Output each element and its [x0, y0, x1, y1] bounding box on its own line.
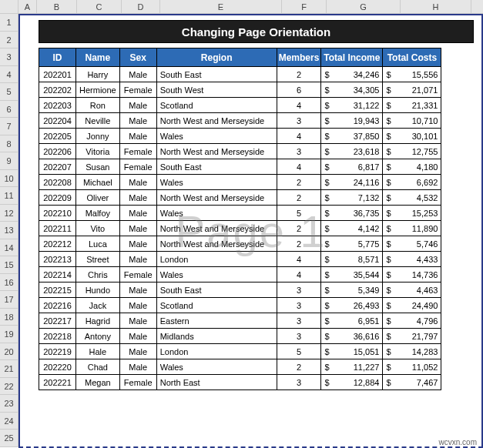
cell-costs[interactable]: $14,736: [383, 267, 441, 283]
cell-costs[interactable]: $14,283: [383, 344, 441, 359]
cell-name[interactable]: Luca: [76, 236, 120, 252]
cell-id[interactable]: 202208: [39, 175, 76, 190]
row-header[interactable]: 7: [0, 118, 18, 135]
cell-costs[interactable]: $4,433: [383, 252, 441, 267]
cell-id[interactable]: 202205: [39, 129, 76, 144]
cell-id[interactable]: 202204: [39, 113, 76, 129]
cell-name[interactable]: Hundo: [76, 283, 120, 298]
header-name[interactable]: Name: [76, 48, 120, 67]
row-header[interactable]: 10: [0, 170, 18, 188]
cell-members[interactable]: 2: [277, 359, 321, 375]
row-header[interactable]: 2: [0, 32, 18, 49]
cell-income[interactable]: $31,122: [321, 98, 383, 113]
cell-income[interactable]: $5,349: [321, 283, 383, 298]
cell-income[interactable]: $23,618: [321, 144, 383, 159]
cell-members[interactable]: 2: [277, 221, 321, 236]
cell-region[interactable]: Scotland: [156, 298, 277, 313]
cell-sex[interactable]: Female: [119, 144, 156, 159]
cell-costs[interactable]: $4,180: [383, 159, 441, 175]
header-sex[interactable]: Sex: [119, 48, 156, 67]
cell-region[interactable]: South East: [156, 159, 277, 175]
cell-income[interactable]: $19,943: [321, 113, 383, 129]
cell-region[interactable]: Wales: [156, 267, 277, 283]
row-header[interactable]: 9: [0, 152, 18, 170]
cell-name[interactable]: Chris: [76, 267, 120, 283]
cell-region[interactable]: Wales: [156, 129, 277, 144]
cell-name[interactable]: Ron: [76, 98, 120, 113]
cell-sex[interactable]: Male: [119, 175, 156, 190]
cell-region[interactable]: South East: [156, 67, 277, 82]
header-costs[interactable]: Total Costs: [383, 48, 441, 67]
cell-costs[interactable]: $21,331: [383, 98, 441, 113]
cell-name[interactable]: Megan: [76, 375, 120, 390]
cell-sex[interactable]: Male: [119, 344, 156, 359]
cell-income[interactable]: $34,305: [321, 82, 383, 98]
column-header[interactable]: E: [160, 0, 282, 13]
column-header[interactable]: H: [401, 0, 471, 13]
cell-members[interactable]: 3: [277, 313, 321, 329]
row-header[interactable]: 23: [0, 395, 18, 413]
cell-income[interactable]: $8,571: [321, 252, 383, 267]
cell-name[interactable]: Vito: [76, 221, 120, 236]
row-header[interactable]: 6: [0, 101, 18, 119]
cell-sex[interactable]: Male: [119, 98, 156, 113]
cell-sex[interactable]: Male: [119, 283, 156, 298]
cell-sex[interactable]: Male: [119, 67, 156, 82]
cell-costs[interactable]: $11,052: [383, 359, 441, 375]
cell-name[interactable]: Jack: [76, 298, 120, 313]
cell-name[interactable]: Vitoria: [76, 144, 120, 159]
cell-id[interactable]: 202203: [39, 98, 76, 113]
cell-sex[interactable]: Male: [119, 113, 156, 129]
cell-income[interactable]: $5,775: [321, 236, 383, 252]
cell-name[interactable]: Susan: [76, 159, 120, 175]
cell-members[interactable]: 3: [277, 375, 321, 390]
cell-id[interactable]: 202220: [39, 359, 76, 375]
cell-income[interactable]: $15,051: [321, 344, 383, 359]
row-header[interactable]: 8: [0, 135, 18, 153]
cell-members[interactable]: 4: [277, 267, 321, 283]
cell-region[interactable]: Scotland: [156, 98, 277, 113]
cell-sex[interactable]: Male: [119, 206, 156, 221]
cell-members[interactable]: 5: [277, 344, 321, 359]
cell-income[interactable]: $24,116: [321, 175, 383, 190]
cell-members[interactable]: 4: [277, 159, 321, 175]
cell-sex[interactable]: Female: [119, 375, 156, 390]
cell-sex[interactable]: Male: [119, 129, 156, 144]
cell-costs[interactable]: $10,710: [383, 113, 441, 129]
cell-region[interactable]: North West and Merseyside: [156, 190, 277, 206]
cell-costs[interactable]: $4,796: [383, 313, 441, 329]
column-header[interactable]: F: [282, 0, 327, 13]
cell-members[interactable]: 3: [277, 298, 321, 313]
cell-income[interactable]: $6,817: [321, 159, 383, 175]
row-header[interactable]: 18: [0, 309, 18, 326]
cell-costs[interactable]: $5,746: [383, 236, 441, 252]
row-header[interactable]: 21: [0, 360, 18, 378]
column-header[interactable]: [0, 0, 18, 13]
cell-region[interactable]: North West and Merseyside: [156, 221, 277, 236]
cell-income[interactable]: $7,132: [321, 190, 383, 206]
row-header[interactable]: 5: [0, 83, 18, 101]
cell-costs[interactable]: $21,071: [383, 82, 441, 98]
cell-id[interactable]: 202209: [39, 190, 76, 206]
cell-region[interactable]: North West and Merseyside: [156, 113, 277, 129]
row-header[interactable]: 17: [0, 291, 18, 309]
cell-id[interactable]: 202215: [39, 283, 76, 298]
cell-region[interactable]: Eastern: [156, 313, 277, 329]
cell-members[interactable]: 3: [277, 113, 321, 129]
cell-members[interactable]: 2: [277, 175, 321, 190]
cell-costs[interactable]: $6,692: [383, 175, 441, 190]
cell-members[interactable]: 3: [277, 144, 321, 159]
row-header[interactable]: 16: [0, 274, 18, 292]
cell-name[interactable]: Malfoy: [76, 206, 120, 221]
cell-income[interactable]: $4,142: [321, 221, 383, 236]
cell-members[interactable]: 4: [277, 129, 321, 144]
cell-id[interactable]: 202207: [39, 159, 76, 175]
cell-id[interactable]: 202218: [39, 329, 76, 344]
row-header[interactable]: 15: [0, 256, 18, 274]
row-header[interactable]: 12: [0, 205, 18, 222]
cell-region[interactable]: Wales: [156, 206, 277, 221]
cell-name[interactable]: Neville: [76, 113, 120, 129]
cell-id[interactable]: 202206: [39, 144, 76, 159]
cell-name[interactable]: Harry: [76, 67, 120, 82]
cell-region[interactable]: North West and Merseyside: [156, 144, 277, 159]
